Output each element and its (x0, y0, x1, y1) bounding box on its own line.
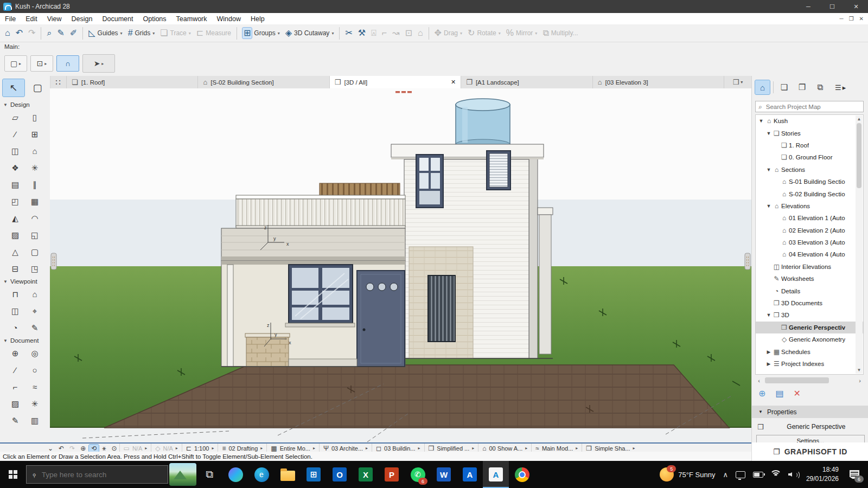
tree-item-3d-documents[interactable]: ❐3D Documents (756, 297, 863, 309)
viewport-3d[interactable]: z y x z y x (50, 88, 751, 442)
elevate-button[interactable]: ⍓ (368, 26, 379, 40)
outlook-taskbar-button[interactable]: O (327, 461, 353, 488)
toolbox-section-viewpoint[interactable]: ▼Viewpoint (0, 277, 50, 286)
lamp-tool-button[interactable]: ✳ (25, 160, 44, 176)
scroll-up-icon[interactable]: ▲ (856, 115, 863, 123)
tree-item-03-elevation-3-auto[interactable]: ⌂03 Elevation 3 (Auto (756, 236, 863, 248)
3d-cutaway-button[interactable]: ◈3D Cutaway▾ (283, 26, 337, 40)
powerpoint-taskbar-button[interactable]: P (379, 461, 405, 488)
grids-button[interactable]: #Grids▾ (125, 26, 158, 40)
home-button[interactable]: ⌂ (2, 26, 13, 40)
doc-minimize-button[interactable]: ─ (840, 16, 844, 22)
trace-button[interactable]: ❏Trace▾ (157, 26, 194, 40)
section-tool-button[interactable]: ⊓ (5, 286, 25, 302)
volume-icon[interactable] (788, 471, 799, 478)
tree-item-details[interactable]: ◔Details (756, 285, 863, 297)
freeform-tool-button[interactable]: ◳ (25, 261, 44, 277)
whatsapp-taskbar-button[interactable]: ✆6 (405, 461, 431, 488)
tree-item-generic-perspectiv[interactable]: ❒Generic Perspectiv (756, 322, 863, 333)
groups-button[interactable]: ⊞Groups▾ (240, 26, 283, 40)
wall-tool-button[interactable]: ▱ (5, 110, 25, 125)
curtain-wall-tool-button[interactable]: ▨ (5, 227, 25, 243)
inject-parameters-button[interactable]: ✐ (67, 26, 80, 40)
forward-button[interactable]: ↷ (67, 445, 77, 452)
menu-options[interactable]: Options (138, 13, 171, 24)
tree-item-schedules[interactable]: ▶▦Schedules (756, 345, 863, 357)
navigator-menu-button[interactable]: ☰▸ (835, 84, 846, 92)
hscrollbar-thumb[interactable] (765, 377, 829, 383)
minimize-button[interactable]: ─ (796, 0, 820, 13)
morph-tool-button[interactable]: ◰ (5, 194, 25, 209)
window-tool-button[interactable]: ⊞ (25, 126, 44, 142)
word-taskbar-button[interactable]: W (431, 461, 457, 488)
weather-widget[interactable]: 5 75°F Sunny (660, 467, 715, 481)
battery-icon[interactable] (753, 472, 763, 478)
task-view-taskbar-button[interactable]: ⧉ (196, 461, 222, 488)
dimension-tool-button[interactable]: ⊕ (5, 345, 25, 361)
delete-viewpoint-button[interactable]: ✕ (794, 388, 801, 399)
tree-item-generic-axonometry[interactable]: ◇Generic Axonometry (756, 333, 863, 345)
interior-elevation-tool-button[interactable]: ◫ (5, 303, 25, 319)
pick-up-parameters-button[interactable]: ✎ (54, 26, 67, 40)
find-select-button[interactable]: ⌕ (44, 26, 54, 40)
tree-item-project-indexes[interactable]: ▶☰Project Indexes (756, 358, 863, 370)
menu-design[interactable]: Design (67, 13, 98, 24)
tab-a1-landscape[interactable]: ❐[A1 Landscape] (461, 76, 592, 88)
mesh-tool-button[interactable]: △ (5, 244, 25, 260)
tab-3d-all[interactable]: ❒[3D / All]✕ (330, 76, 461, 88)
tree-item-s-01-building-sectio[interactable]: ⌂S-01 Building Sectio (756, 176, 863, 188)
skylight-tool-button[interactable]: ⌂ (25, 143, 44, 159)
marquee-tool-button[interactable]: ▢ (27, 79, 48, 97)
tab-close-icon[interactable]: ✕ (451, 79, 456, 86)
shell-tool-button[interactable]: ◠ (25, 210, 44, 226)
stair-tool-button[interactable]: ▤ (5, 177, 25, 192)
graphisoft-id[interactable]: ❐ GRAPHISOFT ID (751, 442, 868, 461)
start-button[interactable] (0, 461, 26, 488)
toolbox-section-design[interactable]: ▼Design (0, 100, 50, 110)
drawing-tool-button[interactable]: ▥ (25, 413, 44, 428)
menu-edit[interactable]: Edit (21, 13, 42, 24)
elevation-tool-button[interactable]: ⌂ (25, 286, 44, 302)
line-tool-button[interactable]: ∕ (5, 362, 25, 378)
circle-tool-button[interactable]: ○ (25, 362, 44, 378)
tree-item-interior-elevations[interactable]: ◫Interior Elevations (756, 261, 863, 273)
scrollbar-thumb[interactable] (857, 123, 861, 188)
rotate-button[interactable]: ↻Rotate▾ (465, 26, 503, 40)
fillet-button[interactable]: ↝ (390, 26, 402, 40)
project-map-tab[interactable]: ⌂ (755, 80, 770, 94)
arrow-tool-flyout-button[interactable]: ➤▸ (82, 54, 115, 73)
notification-center-button[interactable]: 6 (846, 466, 863, 483)
hidden-icons-chevron[interactable]: ∧ (723, 471, 728, 479)
taskbar-clock[interactable]: 18:49 29/01/2026 (806, 465, 839, 484)
tree-item-02-elevation-2-auto[interactable]: ⌂02 Elevation 2 (Auto (756, 224, 863, 236)
tree-item-1-roof[interactable]: ❏1. Roof (756, 139, 863, 151)
cast-icon[interactable] (736, 471, 745, 478)
search-highlights-icon[interactable] (169, 463, 196, 486)
doc-restore-button[interactable]: ❐ (849, 16, 854, 22)
spline-tool-button[interactable]: ≈ (25, 379, 44, 395)
tree-item-04-elevation-4-auto[interactable]: ⌂04 Elevation 4 (Auto (756, 248, 863, 260)
tree-item-s-02-building-sectio[interactable]: ⌂S-02 Building Sectio (756, 188, 863, 200)
worksheet-tool-button[interactable]: ✎ (25, 320, 44, 336)
project-map-search[interactable]: ⌕ (755, 101, 864, 112)
close-button[interactable]: ✕ (844, 0, 868, 13)
layout-book-tab[interactable]: ❐ (795, 80, 809, 94)
viewpoint-settings-button[interactable]: ▤ (775, 388, 783, 399)
intersect-button[interactable]: ⌐ (379, 26, 390, 40)
explore-button[interactable]: ⚹ (100, 445, 108, 452)
tree-item-stories[interactable]: ▼❏Stories (756, 127, 863, 139)
guides-button[interactable]: ◺Guides▾ (86, 26, 125, 40)
search-input[interactable] (765, 103, 854, 111)
column-tool-button[interactable]: ▯ (25, 110, 44, 125)
maximize-button[interactable]: ☐ (820, 0, 844, 13)
toolbox-section-document[interactable]: ▼Document (0, 336, 50, 345)
tab-list-dropdown[interactable]: ❒ ▾ (724, 76, 751, 88)
grid-tool-button[interactable]: ⊟ (5, 261, 25, 277)
microsoft-store-taskbar-button[interactable]: ⊞ (301, 461, 327, 488)
zoom-in-button[interactable]: ⊕ (78, 445, 88, 452)
menu-teamwork[interactable]: Teamwork (171, 13, 212, 24)
archicad-taskbar-button[interactable]: A (483, 461, 509, 488)
copilot-taskbar-button[interactable] (222, 461, 248, 488)
pane-handle-left[interactable] (51, 253, 56, 269)
object-tool-button[interactable]: ❖ (5, 160, 25, 176)
